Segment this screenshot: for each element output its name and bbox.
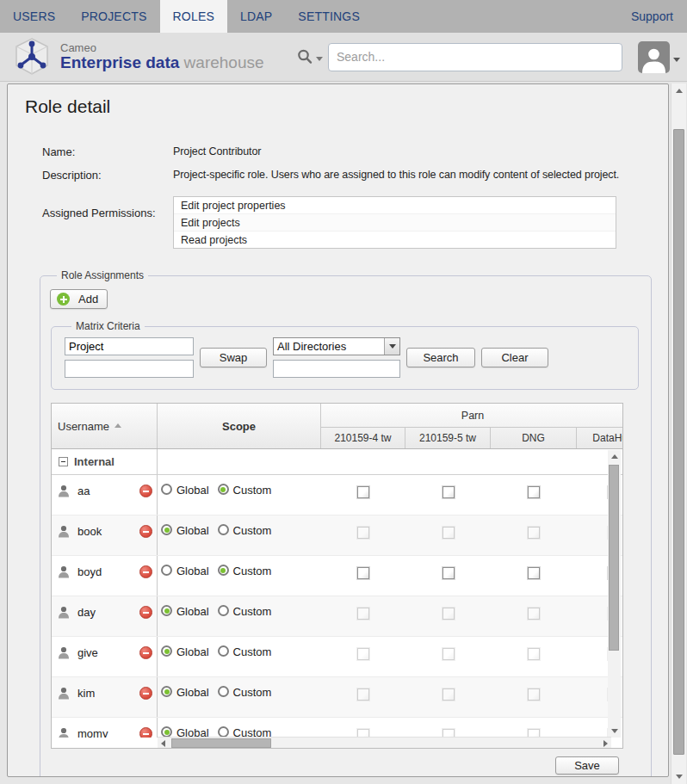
global-radio[interactable]: [161, 686, 172, 697]
brand-cameo: Cameo: [60, 42, 264, 54]
row-type-input[interactable]: [65, 337, 194, 355]
column-header-username[interactable]: Username: [52, 404, 158, 448]
project-1-checkbox[interactable]: [357, 567, 369, 579]
remove-assignment-icon[interactable]: [139, 646, 152, 659]
project-2-checkbox[interactable]: [443, 527, 455, 539]
project-2-checkbox[interactable]: [443, 567, 455, 579]
remove-assignment-icon[interactable]: [139, 525, 152, 538]
custom-radio[interactable]: [218, 686, 229, 697]
scope-cell: Global Custom: [158, 556, 321, 596]
swap-button[interactable]: Swap: [200, 348, 267, 367]
assigned-permissions-list[interactable]: Edit project properties Edit projects Re…: [173, 196, 616, 249]
row-filter-input[interactable]: [65, 360, 194, 378]
project-checkbox-cell: [405, 475, 491, 515]
search-input[interactable]: [328, 43, 622, 71]
page-scroll-thumb[interactable]: [673, 129, 684, 755]
project-checkbox-cell: [321, 515, 405, 555]
custom-radio[interactable]: [218, 605, 229, 616]
project-checkbox-cell: [321, 556, 405, 596]
global-radio[interactable]: [161, 645, 172, 657]
avatar-menu-caret-icon[interactable]: [673, 58, 680, 62]
scroll-left-icon[interactable]: [158, 738, 169, 749]
remove-assignment-icon[interactable]: [139, 565, 152, 578]
custom-radio[interactable]: [218, 524, 229, 535]
global-radio[interactable]: [161, 524, 172, 535]
nav-item-ldap[interactable]: LDAP: [227, 0, 285, 33]
page-scroll-down-icon[interactable]: [672, 769, 687, 784]
global-radio[interactable]: [161, 484, 172, 495]
add-button[interactable]: Add: [50, 289, 108, 309]
column-header-project-4[interactable]: DataHub: [577, 428, 623, 448]
save-button[interactable]: Save: [555, 756, 619, 775]
custom-radio[interactable]: [218, 484, 229, 495]
vertical-scroll-thumb[interactable]: [609, 465, 619, 651]
remove-assignment-icon[interactable]: [139, 606, 152, 619]
remove-assignment-icon[interactable]: [139, 485, 152, 497]
column-header-project-3[interactable]: DNG: [491, 428, 577, 448]
nav-item-support[interactable]: Support: [617, 0, 687, 33]
table-vertical-scrollbar[interactable]: [608, 450, 621, 738]
column-group-header: Parn: [321, 404, 623, 428]
search-icon[interactable]: [296, 48, 313, 65]
clear-button[interactable]: Clear: [481, 348, 548, 367]
page-scroll-up-icon[interactable]: [672, 83, 687, 98]
username-label: momy: [77, 726, 108, 738]
page-vertical-scrollbar[interactable]: [671, 83, 686, 784]
scroll-up-icon[interactable]: [608, 450, 621, 463]
project-2-checkbox[interactable]: [443, 688, 455, 701]
table-row-book: book Global Custom: [52, 515, 622, 556]
remove-assignment-icon[interactable]: [139, 687, 152, 700]
nav-item-settings[interactable]: SETTINGS: [285, 0, 373, 33]
table-horizontal-scrollbar[interactable]: [158, 737, 611, 748]
global-radio[interactable]: [161, 605, 172, 616]
permission-item[interactable]: Edit projects: [174, 214, 616, 231]
project-2-checkbox[interactable]: [443, 648, 455, 660]
username-cell: momy: [52, 718, 158, 738]
custom-radio[interactable]: [218, 645, 229, 657]
project-3-checkbox[interactable]: [528, 648, 540, 660]
directory-select[interactable]: All Directories: [273, 337, 400, 355]
project-checkbox-cell: [491, 515, 577, 555]
project-2-checkbox[interactable]: [443, 608, 455, 620]
column-header-scope[interactable]: Scope: [158, 404, 321, 448]
project-3-checkbox[interactable]: [528, 608, 540, 620]
project-3-checkbox[interactable]: [528, 486, 540, 498]
permission-item[interactable]: Edit project properties: [174, 197, 616, 214]
user-icon: [57, 726, 71, 738]
project-checkbox-cell: [321, 596, 405, 636]
scope-cell: Global Custom: [158, 637, 321, 676]
nav-item-roles[interactable]: ROLES: [160, 0, 227, 33]
global-radio-label: Global: [176, 645, 209, 658]
remove-assignment-icon[interactable]: [139, 727, 152, 738]
project-1-checkbox[interactable]: [357, 608, 369, 620]
horizontal-scroll-thumb[interactable]: [171, 738, 271, 748]
permission-item[interactable]: Read projects: [174, 231, 616, 249]
project-3-checkbox[interactable]: [528, 688, 540, 701]
user-avatar-icon[interactable]: [638, 41, 670, 73]
global-radio[interactable]: [161, 565, 172, 576]
column-filter-input[interactable]: [273, 360, 400, 378]
cameo-logo-icon: [12, 36, 52, 77]
search-scope-caret-icon[interactable]: [316, 57, 323, 61]
nav-item-projects[interactable]: PROJECTS: [68, 0, 159, 33]
project-3-checkbox[interactable]: [528, 567, 540, 579]
username-label: day: [77, 605, 96, 619]
search-zone: [296, 43, 622, 71]
search-button[interactable]: Search: [406, 348, 475, 367]
custom-radio[interactable]: [218, 565, 229, 576]
project-1-checkbox[interactable]: [357, 648, 369, 660]
column-header-project-2[interactable]: 210159-5 tw: [405, 428, 491, 448]
project-checkbox-cell: [321, 677, 405, 717]
project-1-checkbox[interactable]: [357, 527, 369, 539]
collapse-group-icon[interactable]: [59, 457, 68, 466]
project-1-checkbox[interactable]: [357, 486, 369, 498]
project-checkbox-cell: [405, 515, 491, 555]
nav-item-users[interactable]: USERS: [0, 0, 68, 33]
column-header-project-1[interactable]: 210159-4 tw: [321, 428, 405, 448]
select-dropdown-icon[interactable]: [384, 338, 399, 355]
scroll-right-icon[interactable]: [600, 738, 611, 749]
scroll-down-icon[interactable]: [608, 725, 621, 738]
project-1-checkbox[interactable]: [357, 688, 369, 701]
project-3-checkbox[interactable]: [528, 527, 540, 539]
project-2-checkbox[interactable]: [443, 486, 455, 498]
